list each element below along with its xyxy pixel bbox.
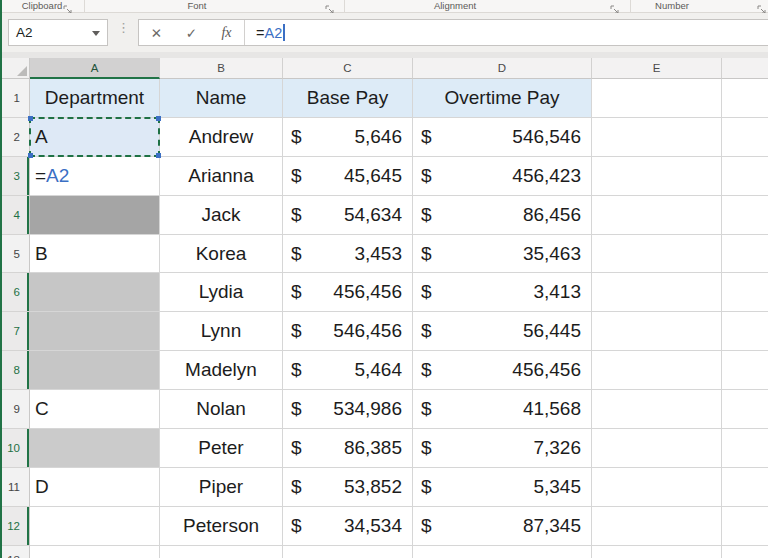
cell-D12[interactable]: $87,345 [413,507,592,546]
formula-input[interactable]: = A2 [245,24,285,41]
cell-C12[interactable]: $34,534 [283,507,413,546]
cell-B12[interactable]: Peterson [160,507,283,546]
cell-A8[interactable] [30,351,160,390]
row-header-1[interactable]: 1 [0,79,30,118]
row-header-13[interactable]: 13 [0,546,30,558]
cell-B6[interactable]: Lydia [160,273,283,312]
cancel-button[interactable]: ✕ [139,25,174,41]
cell-A12[interactable] [30,507,160,546]
cell-C1[interactable]: Base Pay [283,79,413,118]
select-all-corner[interactable] [0,58,30,79]
cell-E5[interactable] [592,235,722,274]
cell-E7[interactable] [592,312,722,351]
cell-B8[interactable]: Madelyn [160,351,283,390]
cell-D6[interactable]: $3,413 [413,273,592,312]
cell-F4[interactable] [722,196,768,235]
col-header-E[interactable]: E [592,58,722,79]
cell-E8[interactable] [592,351,722,390]
cell-C5[interactable]: $3,453 [283,235,413,274]
cell-F12[interactable] [722,507,768,546]
cell-F3[interactable] [722,157,768,196]
cell-C8[interactable]: $5,464 [283,351,413,390]
cell-F6[interactable] [722,273,768,312]
cell-A7[interactable] [30,312,160,351]
col-header-D[interactable]: D [413,58,592,79]
cell-A4[interactable] [30,196,160,235]
cell-B1[interactable]: Name [160,79,283,118]
cell-C3[interactable]: $45,645 [283,157,413,196]
cell-F7[interactable] [722,312,768,351]
cell-F2[interactable] [722,118,768,157]
cell-D11[interactable]: $5,345 [413,468,592,507]
cell-A9[interactable]: C [30,390,160,429]
col-header-A[interactable]: A [30,58,160,79]
cell-E2[interactable] [592,118,722,157]
cell-F11[interactable] [722,468,768,507]
insert-function-button[interactable]: fx [209,25,244,41]
cell-D10[interactable]: $7,326 [413,429,592,468]
cell-E1[interactable] [592,79,722,118]
cell-E11[interactable] [592,468,722,507]
cell-A6[interactable] [30,273,160,312]
row-header-10[interactable]: 10 [0,429,30,468]
cell-A1[interactable]: Department [30,79,160,118]
cell-D7[interactable]: $56,445 [413,312,592,351]
row-header-5[interactable]: 5 [0,235,30,274]
cell-B3[interactable]: Arianna [160,157,283,196]
cell-A3[interactable]: =A2 [30,157,160,196]
row-header-3[interactable]: 3 [0,157,30,196]
cell-C13[interactable] [283,546,413,558]
cell-F10[interactable] [722,429,768,468]
name-box-dropdown-icon[interactable] [92,31,100,36]
formula-bar-drag-dots-icon[interactable]: ⋮ [117,20,130,35]
cell-F5[interactable] [722,235,768,274]
reference-corner-handle[interactable] [156,116,161,121]
cell-E12[interactable] [592,507,722,546]
row-header-12[interactable]: 12 [0,507,30,546]
cell-B2[interactable]: Andrew [160,118,283,157]
row-header-11[interactable]: 11 [0,468,30,507]
cell-B10[interactable]: Peter [160,429,283,468]
row-header-2[interactable]: 2 [0,118,30,157]
reference-corner-handle[interactable] [28,116,33,121]
cell-E9[interactable] [592,390,722,429]
cell-B7[interactable]: Lynn [160,312,283,351]
font-dialog-launcher-icon[interactable] [325,1,335,11]
cell-F1[interactable] [722,79,768,118]
row-header-8[interactable]: 8 [0,351,30,390]
cell-A11[interactable]: D [30,468,160,507]
cell-D9[interactable]: $41,568 [413,390,592,429]
cell-D8[interactable]: $456,456 [413,351,592,390]
cell-A10[interactable] [30,429,160,468]
cell-C10[interactable]: $86,385 [283,429,413,468]
cell-E13[interactable] [592,546,722,558]
cell-D1[interactable]: Overtime Pay [413,79,592,118]
name-box[interactable]: A2 [8,19,108,46]
cell-A13[interactable] [30,546,160,558]
col-header-B[interactable]: B [160,58,283,79]
clipboard-dialog-launcher-icon[interactable] [63,1,73,11]
cell-F13[interactable] [722,546,768,558]
cell-F9[interactable] [722,390,768,429]
cell-D3[interactable]: $456,423 [413,157,592,196]
cell-E4[interactable] [592,196,722,235]
cell-C4[interactable]: $54,634 [283,196,413,235]
cell-B11[interactable]: Piper [160,468,283,507]
row-header-6[interactable]: 6 [0,273,30,312]
cell-D4[interactable]: $86,456 [413,196,592,235]
enter-button[interactable]: ✓ [174,25,209,41]
alignment-dialog-launcher-icon[interactable] [610,1,620,11]
col-header-C[interactable]: C [283,58,413,79]
cell-C2[interactable]: $5,646 [283,118,413,157]
cell-C6[interactable]: $456,456 [283,273,413,312]
cell-B5[interactable]: Korea [160,235,283,274]
cell-C11[interactable]: $53,852 [283,468,413,507]
cell-E3[interactable] [592,157,722,196]
cell-C9[interactable]: $534,986 [283,390,413,429]
col-header-partial[interactable] [722,58,768,79]
cell-D2[interactable]: $546,546 [413,118,592,157]
cell-B9[interactable]: Nolan [160,390,283,429]
cell-B13[interactable] [160,546,283,558]
row-header-9[interactable]: 9 [0,390,30,429]
cell-A5[interactable]: B [30,235,160,274]
